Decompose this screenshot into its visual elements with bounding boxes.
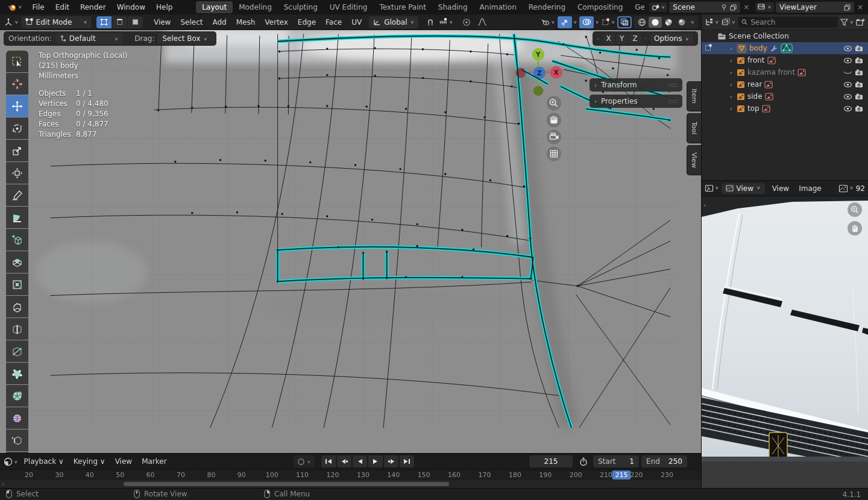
workspace-tab[interactable]: Modeling — [233, 1, 278, 13]
shading-rendered-button[interactable] — [675, 17, 688, 28]
tool-poly-build-button[interactable] — [6, 363, 28, 384]
jump-to-end-button[interactable] — [400, 455, 414, 467]
menubar-item[interactable]: Window — [112, 3, 151, 11]
tool-inset-faces-button[interactable] — [6, 273, 28, 295]
new-copy-icon[interactable] — [730, 4, 737, 11]
frame-start-field[interactable]: Start 1 — [593, 455, 639, 467]
disclosure-triangle[interactable]: › — [728, 81, 734, 89]
outliner-object-row[interactable]: › body — [702, 42, 868, 54]
display-mode-dropdown[interactable]: View ∨ — [722, 183, 765, 194]
menubar-item[interactable]: View — [767, 184, 794, 193]
disclosure-triangle[interactable]: › — [728, 57, 734, 64]
timeline-scrollbar[interactable]: › — [0, 480, 701, 488]
tool-edge-slide-button[interactable] — [6, 430, 28, 451]
edge-select-button[interactable] — [112, 16, 127, 28]
snap-target-dropdown[interactable]: ∨ — [439, 18, 453, 26]
menubar-item[interactable]: UV — [347, 18, 366, 27]
proportional-editing-button[interactable] — [459, 16, 474, 28]
outliner-object-row[interactable]: › top — [702, 102, 868, 114]
outliner-filter-type-dropdown[interactable]: ∨ — [722, 18, 736, 26]
workspace-tab[interactable]: Geometry Nodes — [629, 1, 644, 13]
scrollbar-handle[interactable] — [124, 482, 449, 486]
menubar-item[interactable]: Mesh — [231, 18, 260, 27]
next-keyframe-button[interactable] — [384, 455, 398, 467]
outliner-object-row[interactable]: › rear — [702, 78, 868, 90]
search-input[interactable] — [750, 18, 834, 27]
current-frame-field[interactable]: 215 — [529, 455, 573, 467]
tool-spin-button[interactable] — [6, 385, 28, 407]
show-overlays-button[interactable] — [579, 16, 594, 28]
menubar-item[interactable]: Face — [321, 18, 347, 27]
outliner-display-mode-dropdown[interactable]: ∨ — [705, 18, 719, 26]
disclosure-triangle[interactable]: › — [728, 69, 734, 77]
playhead-badge[interactable]: 215 — [612, 470, 631, 480]
pin-icon[interactable] — [721, 4, 727, 11]
image-name[interactable]: 92 — [856, 184, 865, 193]
shading-material-button[interactable] — [662, 17, 675, 28]
mirror-axis-button[interactable]: X — [603, 33, 615, 44]
proportional-falloff-dropdown[interactable] — [475, 16, 489, 28]
tool-add-cube-button[interactable] — [6, 229, 28, 251]
zoom-button[interactable] — [848, 202, 862, 217]
viewlayer-browse-button[interactable]: ∨ — [755, 2, 774, 12]
sidebar-panel-header[interactable]: ›Transform∷∷ — [590, 78, 682, 92]
tool-measure-button[interactable] — [6, 207, 28, 228]
menubar-item[interactable]: Edge — [293, 18, 321, 27]
workspace-tab[interactable]: Texture Paint — [373, 1, 432, 13]
menubar-item[interactable]: Keying ∨ — [69, 457, 110, 466]
menubar-item[interactable]: Add — [207, 18, 231, 27]
pan-hand-button[interactable] — [547, 113, 561, 127]
menubar-item[interactable]: Select — [175, 18, 207, 27]
drag-mode-dropdown[interactable]: Select Box ∨ — [158, 33, 212, 44]
outliner-object-row[interactable]: › side — [702, 90, 868, 102]
new-copy-icon[interactable] — [844, 4, 851, 11]
jump-to-start-button[interactable] — [321, 455, 336, 467]
menubar-item[interactable]: File — [27, 3, 50, 11]
scene-name-field[interactable]: Scene — [669, 2, 740, 13]
shading-solid-button[interactable] — [649, 17, 662, 28]
editor-type-button[interactable]: ∨ — [4, 457, 18, 466]
disclosure-triangle[interactable]: › — [728, 105, 734, 113]
outliner-object-row[interactable]: › front — [702, 54, 868, 66]
shading-wireframe-button[interactable] — [635, 17, 649, 28]
tool-knife-button[interactable] — [6, 340, 28, 362]
disable-renders-camera-icon[interactable] — [855, 69, 863, 76]
tool-annotate-button[interactable] — [6, 184, 28, 206]
blender-app-menu-button[interactable]: ∨ — [4, 1, 26, 14]
disable-renders-camera-icon[interactable] — [855, 81, 863, 88]
menubar-item[interactable]: Help — [151, 3, 178, 11]
play-button[interactable] — [368, 455, 383, 467]
workspace-tab[interactable]: Animation — [474, 1, 523, 13]
tool-loop-cut-button[interactable] — [6, 318, 28, 340]
face-select-button[interactable] — [128, 16, 143, 28]
orientation-default-dropdown[interactable]: Default ∨ — [55, 33, 122, 44]
menubar-item[interactable]: Image — [794, 184, 826, 193]
camera-view-button[interactable] — [547, 130, 561, 144]
menubar-item[interactable]: View — [110, 457, 137, 466]
menubar-item[interactable]: Render — [75, 3, 112, 11]
hidden-eye-closed-icon[interactable] — [843, 69, 852, 76]
frame-end-field[interactable]: End 250 — [641, 455, 687, 467]
toggle-xray-button[interactable] — [617, 16, 632, 28]
workspace-tab[interactable]: Shading — [432, 1, 474, 13]
sidebar-tab[interactable]: View — [687, 145, 701, 175]
show-gizmo-button[interactable] — [558, 16, 572, 28]
workspace-tab[interactable]: Compositing — [571, 1, 629, 13]
scene-browse-button[interactable]: ∨ — [649, 2, 668, 12]
tool-extrude-region-button[interactable] — [6, 251, 28, 273]
disable-renders-camera-icon[interactable] — [855, 93, 863, 100]
use-preview-range-button[interactable] — [576, 455, 591, 467]
axis-negy-ball[interactable] — [533, 86, 543, 96]
disable-renders-camera-icon[interactable] — [855, 45, 863, 52]
workspace-tab[interactable]: UV Editing — [324, 1, 374, 13]
sidebar-panel-header[interactable]: ›Properties∷∷ — [590, 95, 682, 108]
mirror-axis-button[interactable]: Z — [629, 33, 641, 44]
outliner-object-row[interactable]: › kazama front — [702, 66, 868, 78]
tool-transform-button[interactable] — [6, 162, 28, 184]
options-dropdown[interactable]: Options ∨ — [650, 33, 693, 44]
editor-type-button[interactable]: ∨ — [705, 184, 719, 192]
new-collection-button[interactable] — [856, 18, 865, 27]
disable-renders-camera-icon[interactable] — [855, 105, 863, 112]
toggle-ortho-button[interactable] — [547, 146, 561, 161]
vertex-select-button[interactable] — [96, 16, 112, 28]
